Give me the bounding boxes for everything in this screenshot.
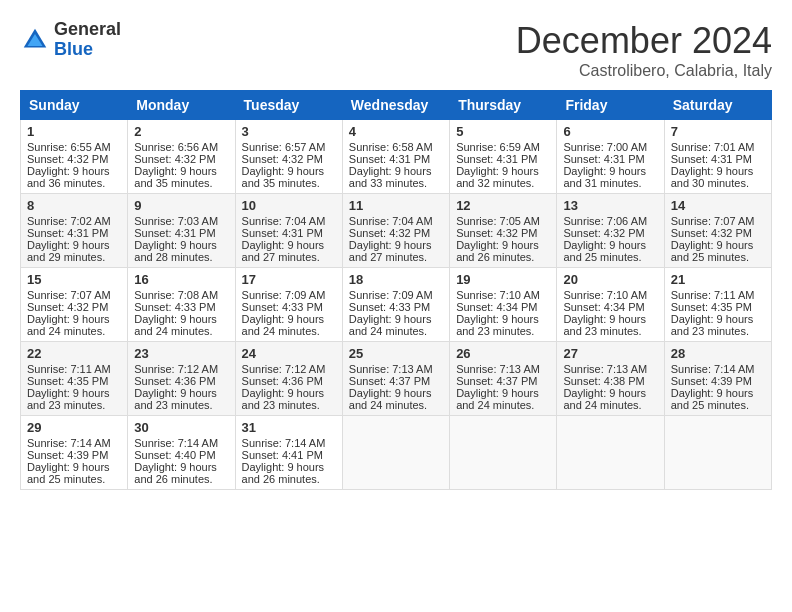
day-number: 10 <box>242 198 336 213</box>
logo-icon <box>20 25 50 55</box>
sunrise-label: Sunrise: 7:09 AM <box>242 289 326 301</box>
sunset-label: Sunset: 4:31 PM <box>563 153 644 165</box>
daylight-label: Daylight: 9 hours and 30 minutes. <box>671 165 754 189</box>
daylight-label: Daylight: 9 hours and 32 minutes. <box>456 165 539 189</box>
calendar-week-5: 29 Sunrise: 7:14 AM Sunset: 4:39 PM Dayl… <box>21 416 772 490</box>
table-row: 9 Sunrise: 7:03 AM Sunset: 4:31 PM Dayli… <box>128 194 235 268</box>
logo: General Blue <box>20 20 121 60</box>
daylight-label: Daylight: 9 hours and 35 minutes. <box>242 165 325 189</box>
sunrise-label: Sunrise: 7:14 AM <box>27 437 111 449</box>
col-tuesday: Tuesday <box>235 91 342 120</box>
sunrise-label: Sunrise: 7:08 AM <box>134 289 218 301</box>
daylight-label: Daylight: 9 hours and 23 minutes. <box>563 313 646 337</box>
sunrise-label: Sunrise: 7:12 AM <box>242 363 326 375</box>
day-number: 24 <box>242 346 336 361</box>
day-number: 15 <box>27 272 121 287</box>
sunset-label: Sunset: 4:33 PM <box>134 301 215 313</box>
calendar-week-1: 1 Sunrise: 6:55 AM Sunset: 4:32 PM Dayli… <box>21 120 772 194</box>
sunset-label: Sunset: 4:32 PM <box>242 153 323 165</box>
location-title: Castrolibero, Calabria, Italy <box>516 62 772 80</box>
day-number: 23 <box>134 346 228 361</box>
table-row: 29 Sunrise: 7:14 AM Sunset: 4:39 PM Dayl… <box>21 416 128 490</box>
sunset-label: Sunset: 4:35 PM <box>671 301 752 313</box>
daylight-label: Daylight: 9 hours and 28 minutes. <box>134 239 217 263</box>
daylight-label: Daylight: 9 hours and 25 minutes. <box>671 239 754 263</box>
sunrise-label: Sunrise: 7:07 AM <box>27 289 111 301</box>
sunset-label: Sunset: 4:32 PM <box>134 153 215 165</box>
sunrise-label: Sunrise: 7:04 AM <box>242 215 326 227</box>
day-number: 9 <box>134 198 228 213</box>
daylight-label: Daylight: 9 hours and 26 minutes. <box>456 239 539 263</box>
table-row <box>664 416 771 490</box>
daylight-label: Daylight: 9 hours and 24 minutes. <box>349 387 432 411</box>
col-sunday: Sunday <box>21 91 128 120</box>
day-number: 21 <box>671 272 765 287</box>
logo-blue-text: Blue <box>54 39 93 59</box>
sunrise-label: Sunrise: 7:13 AM <box>563 363 647 375</box>
sunrise-label: Sunrise: 7:13 AM <box>456 363 540 375</box>
page-header: General Blue December 2024 Castrolibero,… <box>20 20 772 80</box>
day-number: 1 <box>27 124 121 139</box>
table-row: 2 Sunrise: 6:56 AM Sunset: 4:32 PM Dayli… <box>128 120 235 194</box>
sunset-label: Sunset: 4:33 PM <box>242 301 323 313</box>
table-row: 5 Sunrise: 6:59 AM Sunset: 4:31 PM Dayli… <box>450 120 557 194</box>
table-row: 10 Sunrise: 7:04 AM Sunset: 4:31 PM Dayl… <box>235 194 342 268</box>
day-number: 19 <box>456 272 550 287</box>
table-row: 15 Sunrise: 7:07 AM Sunset: 4:32 PM Dayl… <box>21 268 128 342</box>
daylight-label: Daylight: 9 hours and 23 minutes. <box>671 313 754 337</box>
day-number: 16 <box>134 272 228 287</box>
sunrise-label: Sunrise: 7:04 AM <box>349 215 433 227</box>
sunset-label: Sunset: 4:32 PM <box>27 153 108 165</box>
daylight-label: Daylight: 9 hours and 24 minutes. <box>27 313 110 337</box>
table-row: 8 Sunrise: 7:02 AM Sunset: 4:31 PM Dayli… <box>21 194 128 268</box>
daylight-label: Daylight: 9 hours and 26 minutes. <box>242 461 325 485</box>
sunrise-label: Sunrise: 7:14 AM <box>134 437 218 449</box>
sunset-label: Sunset: 4:31 PM <box>242 227 323 239</box>
day-number: 25 <box>349 346 443 361</box>
sunrise-label: Sunrise: 7:09 AM <box>349 289 433 301</box>
sunset-label: Sunset: 4:39 PM <box>27 449 108 461</box>
calendar-week-2: 8 Sunrise: 7:02 AM Sunset: 4:31 PM Dayli… <box>21 194 772 268</box>
day-number: 6 <box>563 124 657 139</box>
daylight-label: Daylight: 9 hours and 25 minutes. <box>671 387 754 411</box>
day-number: 27 <box>563 346 657 361</box>
table-row: 6 Sunrise: 7:00 AM Sunset: 4:31 PM Dayli… <box>557 120 664 194</box>
table-row: 3 Sunrise: 6:57 AM Sunset: 4:32 PM Dayli… <box>235 120 342 194</box>
sunrise-label: Sunrise: 7:11 AM <box>671 289 755 301</box>
sunrise-label: Sunrise: 7:11 AM <box>27 363 111 375</box>
table-row: 31 Sunrise: 7:14 AM Sunset: 4:41 PM Dayl… <box>235 416 342 490</box>
table-row: 25 Sunrise: 7:13 AM Sunset: 4:37 PM Dayl… <box>342 342 449 416</box>
logo-general-text: General <box>54 19 121 39</box>
day-number: 30 <box>134 420 228 435</box>
table-row: 16 Sunrise: 7:08 AM Sunset: 4:33 PM Dayl… <box>128 268 235 342</box>
col-wednesday: Wednesday <box>342 91 449 120</box>
daylight-label: Daylight: 9 hours and 23 minutes. <box>242 387 325 411</box>
sunset-label: Sunset: 4:34 PM <box>456 301 537 313</box>
day-number: 8 <box>27 198 121 213</box>
sunset-label: Sunset: 4:39 PM <box>671 375 752 387</box>
day-number: 22 <box>27 346 121 361</box>
sunrise-label: Sunrise: 6:56 AM <box>134 141 218 153</box>
table-row: 22 Sunrise: 7:11 AM Sunset: 4:35 PM Dayl… <box>21 342 128 416</box>
table-row: 13 Sunrise: 7:06 AM Sunset: 4:32 PM Dayl… <box>557 194 664 268</box>
day-number: 31 <box>242 420 336 435</box>
table-row: 23 Sunrise: 7:12 AM Sunset: 4:36 PM Dayl… <box>128 342 235 416</box>
sunset-label: Sunset: 4:37 PM <box>349 375 430 387</box>
table-row <box>450 416 557 490</box>
table-row: 21 Sunrise: 7:11 AM Sunset: 4:35 PM Dayl… <box>664 268 771 342</box>
sunrise-label: Sunrise: 7:10 AM <box>456 289 540 301</box>
day-number: 4 <box>349 124 443 139</box>
table-row: 11 Sunrise: 7:04 AM Sunset: 4:32 PM Dayl… <box>342 194 449 268</box>
daylight-label: Daylight: 9 hours and 26 minutes. <box>134 461 217 485</box>
sunrise-label: Sunrise: 6:58 AM <box>349 141 433 153</box>
table-row <box>557 416 664 490</box>
sunrise-label: Sunrise: 7:10 AM <box>563 289 647 301</box>
table-row: 19 Sunrise: 7:10 AM Sunset: 4:34 PM Dayl… <box>450 268 557 342</box>
col-friday: Friday <box>557 91 664 120</box>
daylight-label: Daylight: 9 hours and 24 minutes. <box>563 387 646 411</box>
daylight-label: Daylight: 9 hours and 25 minutes. <box>27 461 110 485</box>
sunset-label: Sunset: 4:32 PM <box>563 227 644 239</box>
daylight-label: Daylight: 9 hours and 23 minutes. <box>456 313 539 337</box>
month-title: December 2024 <box>516 20 772 62</box>
day-number: 18 <box>349 272 443 287</box>
